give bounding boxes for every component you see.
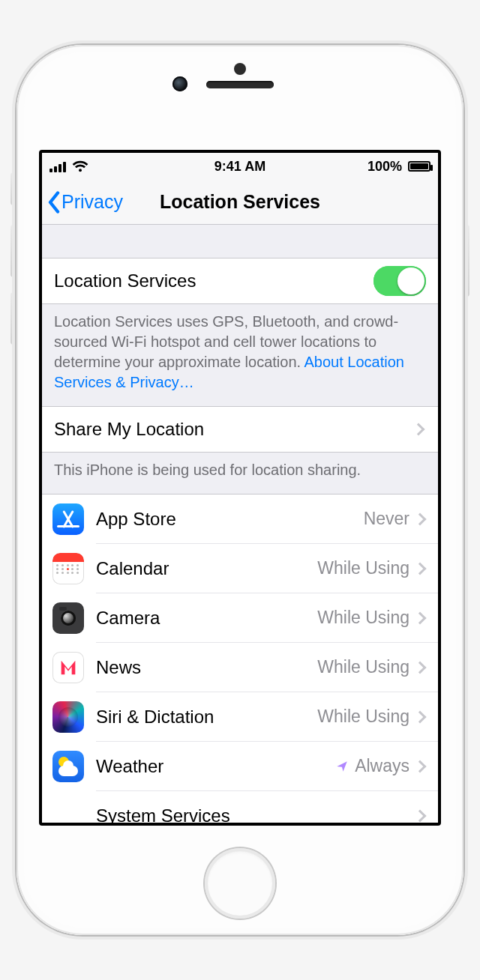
share-my-location-footer: This iPhone is being used for location s… — [42, 453, 438, 494]
phone-mute-switch — [10, 172, 16, 205]
app-row-weather[interactable]: Weather Always — [42, 742, 438, 791]
app-name-label: Camera — [96, 608, 317, 629]
proximity-sensor-icon — [234, 63, 246, 75]
app-permission-value: Always — [335, 756, 410, 776]
app-permission-value: While Using — [317, 558, 410, 578]
weather-app-icon — [52, 751, 84, 782]
section-spacer — [42, 225, 438, 258]
app-name-label: System Services — [96, 805, 416, 826]
app-name-label: Weather — [96, 756, 335, 777]
status-bar: 9:41 AM 100% — [42, 153, 438, 180]
location-arrow-icon — [335, 760, 349, 773]
app-row-calendar[interactable]: Calendar While Using — [42, 544, 438, 593]
screen: 9:41 AM 100% Privacy Location Services — [39, 150, 441, 826]
chevron-right-icon — [414, 810, 427, 823]
app-permissions-list: App Store Never Calendar While Using — [42, 494, 438, 826]
siri-app-icon — [52, 701, 84, 733]
chevron-right-icon — [412, 423, 425, 436]
chevron-right-icon — [414, 562, 427, 575]
chevron-right-icon — [414, 512, 427, 525]
chevron-right-icon — [414, 661, 427, 674]
wifi-icon — [72, 160, 88, 172]
app-row-camera[interactable]: Camera While Using — [42, 593, 438, 643]
location-services-toggle-label: Location Services — [54, 270, 374, 291]
app-row-siri[interactable]: Siri & Dictation While Using — [42, 692, 438, 742]
app-name-label: Calendar — [96, 558, 317, 579]
app-name-label: App Store — [96, 509, 364, 530]
app-permission-value: While Using — [317, 657, 410, 677]
camera-app-icon — [52, 602, 84, 634]
battery-percentage: 100% — [368, 159, 402, 175]
earpiece-icon — [206, 81, 274, 88]
chevron-right-icon — [414, 760, 427, 772]
app-name-label: Siri & Dictation — [96, 707, 317, 728]
app-row-appstore[interactable]: App Store Never — [42, 494, 438, 544]
cellular-signal-icon — [50, 160, 66, 172]
iphone-device-frame: 9:41 AM 100% Privacy Location Services — [16, 45, 464, 935]
back-button-label: Privacy — [62, 191, 123, 213]
chevron-right-icon — [414, 710, 427, 723]
nav-bar: Privacy Location Services — [42, 180, 438, 225]
home-button[interactable] — [205, 848, 275, 919]
news-app-icon — [52, 652, 84, 683]
share-my-location-row[interactable]: Share My Location — [42, 406, 438, 453]
location-services-footer: Location Services uses GPS, Bluetooth, a… — [42, 304, 438, 406]
front-camera-icon — [172, 76, 188, 91]
location-services-switch[interactable] — [374, 266, 426, 296]
app-permission-value: While Using — [317, 608, 410, 628]
chevron-left-icon — [46, 191, 62, 214]
appstore-app-icon — [52, 503, 84, 535]
app-permission-value: While Using — [317, 707, 410, 727]
app-row-news[interactable]: News While Using — [42, 643, 438, 692]
battery-icon — [408, 161, 430, 172]
chevron-right-icon — [414, 611, 427, 624]
share-my-location-label: Share My Location — [54, 419, 414, 440]
back-button[interactable]: Privacy — [46, 180, 123, 224]
app-name-label: News — [96, 657, 317, 678]
location-services-toggle-row[interactable]: Location Services — [42, 258, 438, 304]
calendar-app-icon — [52, 553, 84, 584]
app-permission-value: Never — [364, 509, 410, 529]
phone-volume-down — [10, 292, 16, 345]
system-services-row[interactable]: System Services — [42, 791, 438, 826]
phone-volume-up — [10, 225, 16, 277]
phone-power-button — [464, 225, 470, 297]
